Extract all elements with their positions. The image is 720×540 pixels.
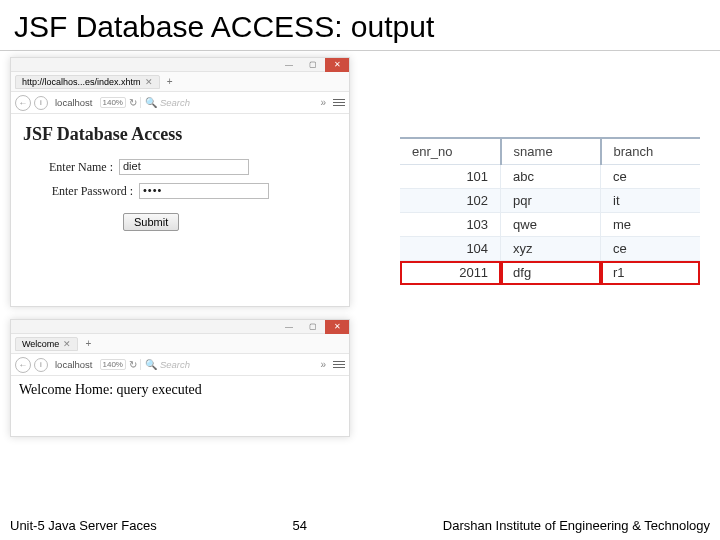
search-placeholder[interactable]: Search bbox=[160, 97, 190, 108]
info-icon[interactable]: i bbox=[34, 96, 48, 110]
minimize-button[interactable]: — bbox=[277, 58, 301, 72]
divider bbox=[0, 50, 720, 51]
tabs-row: Welcome ✕ + bbox=[11, 334, 349, 354]
footer-pagenum: 54 bbox=[293, 518, 307, 533]
table-header-row: enr_no sname branch bbox=[400, 138, 700, 165]
footer-right: Darshan Institute of Engineering & Techn… bbox=[443, 518, 710, 533]
hamburger-menu-icon[interactable] bbox=[333, 99, 345, 107]
window-titlebar: — ▢ ✕ bbox=[11, 320, 349, 334]
tab-label: Welcome bbox=[22, 339, 59, 349]
name-input[interactable]: diet bbox=[119, 159, 249, 175]
close-button[interactable]: ✕ bbox=[325, 58, 349, 72]
zoom-level[interactable]: 140% bbox=[100, 97, 126, 108]
db-result-table: enr_no sname branch 101abcce 102pqrit 10… bbox=[400, 137, 700, 285]
close-icon[interactable]: ✕ bbox=[63, 339, 71, 349]
reload-button[interactable]: ↻ bbox=[129, 97, 137, 108]
search-icon: 🔍 bbox=[145, 97, 157, 108]
overflow-button[interactable]: » bbox=[320, 359, 326, 370]
table-row: 104xyzce bbox=[400, 237, 700, 261]
url-display[interactable]: localhost bbox=[51, 96, 97, 109]
close-button[interactable]: ✕ bbox=[325, 320, 349, 334]
name-label: Enter Name : bbox=[23, 160, 113, 175]
col-enrno: enr_no bbox=[400, 138, 501, 165]
slide-title: JSF Database ACCESS: output bbox=[0, 0, 720, 50]
back-button[interactable]: ← bbox=[15, 95, 31, 111]
reload-button[interactable]: ↻ bbox=[129, 359, 137, 370]
result-text: Welcome Home: query executed bbox=[11, 376, 349, 404]
password-input[interactable]: •••• bbox=[139, 183, 269, 199]
minimize-button[interactable]: — bbox=[277, 320, 301, 334]
browser-window-form: — ▢ ✕ http://localhos...es/index.xhtm ✕ … bbox=[10, 57, 350, 307]
info-icon[interactable]: i bbox=[34, 358, 48, 372]
table-row: 103qweme bbox=[400, 213, 700, 237]
search-icon: 🔍 bbox=[145, 359, 157, 370]
search-placeholder[interactable]: Search bbox=[160, 359, 190, 370]
nav-toolbar: ← i localhost 140% ↻ 🔍 Search » bbox=[11, 354, 349, 376]
maximize-button[interactable]: ▢ bbox=[301, 58, 325, 72]
overflow-button[interactable]: » bbox=[320, 97, 326, 108]
password-label: Enter Password : bbox=[23, 184, 133, 199]
browser-tab[interactable]: http://localhos...es/index.xhtm ✕ bbox=[15, 75, 160, 89]
new-tab-button[interactable]: + bbox=[164, 76, 176, 88]
nav-toolbar: ← i localhost 140% ↻ 🔍 Search » bbox=[11, 92, 349, 114]
page-heading: JSF Database Access bbox=[23, 124, 337, 145]
slide-footer: Unit-5 Java Server Faces 54 Darshan Inst… bbox=[0, 515, 720, 536]
close-icon[interactable]: ✕ bbox=[145, 77, 153, 87]
hamburger-menu-icon[interactable] bbox=[333, 361, 345, 369]
table-row-highlighted: 2011dfgr1 bbox=[400, 261, 700, 285]
col-sname: sname bbox=[501, 138, 601, 165]
tab-label: http://localhos...es/index.xhtm bbox=[22, 77, 141, 87]
col-branch: branch bbox=[601, 138, 701, 165]
new-tab-button[interactable]: + bbox=[82, 338, 94, 350]
zoom-level[interactable]: 140% bbox=[100, 359, 126, 370]
footer-left: Unit-5 Java Server Faces bbox=[10, 518, 157, 533]
url-display[interactable]: localhost bbox=[51, 358, 97, 371]
table-row: 102pqrit bbox=[400, 189, 700, 213]
browser-tab[interactable]: Welcome ✕ bbox=[15, 337, 78, 351]
page-content: JSF Database Access Enter Name : diet En… bbox=[11, 114, 349, 249]
table-row: 101abcce bbox=[400, 165, 700, 189]
submit-button[interactable]: Submit bbox=[123, 213, 179, 231]
back-button[interactable]: ← bbox=[15, 357, 31, 373]
maximize-button[interactable]: ▢ bbox=[301, 320, 325, 334]
browser-window-result: — ▢ ✕ Welcome ✕ + ← i localhost 140% ↻ 🔍… bbox=[10, 319, 350, 437]
tabs-row: http://localhos...es/index.xhtm ✕ + bbox=[11, 72, 349, 92]
window-titlebar: — ▢ ✕ bbox=[11, 58, 349, 72]
